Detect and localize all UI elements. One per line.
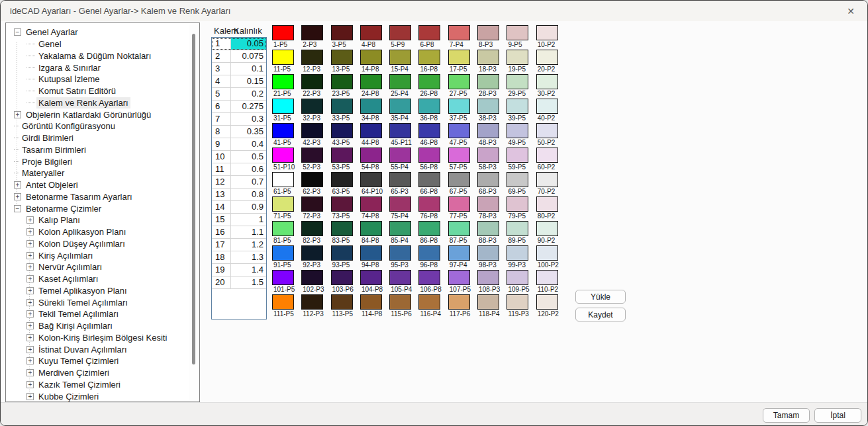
- tree-item[interactable]: +İstinat Duvarı Açılımları: [6, 343, 189, 355]
- pen-thickness-cell[interactable]: 0.1: [231, 63, 266, 75]
- pen-table-row[interactable]: 10.05: [212, 38, 266, 50]
- tree-item[interactable]: +Kiriş Açılımları: [6, 249, 189, 261]
- color-swatch[interactable]: [389, 123, 411, 138]
- color-swatch[interactable]: [301, 99, 323, 114]
- color-swatch[interactable]: [477, 148, 499, 163]
- color-swatch[interactable]: [418, 172, 440, 187]
- tree-item[interactable]: +Betonarme Tasarım Ayarları: [6, 191, 189, 203]
- tree-item[interactable]: +Kolon Aplikasyon Planı: [6, 226, 189, 238]
- color-swatch[interactable]: [272, 25, 294, 40]
- color-swatch[interactable]: [418, 50, 440, 65]
- tree-item[interactable]: +Kuyu Temel Çizimleri: [6, 355, 189, 367]
- color-swatch[interactable]: [331, 148, 353, 163]
- pen-number-cell[interactable]: 20: [212, 277, 231, 288]
- ok-button[interactable]: Tamam: [763, 408, 810, 423]
- expand-icon[interactable]: +: [26, 228, 34, 235]
- pen-table-row[interactable]: 40.15: [212, 75, 266, 88]
- color-swatch[interactable]: [389, 99, 411, 114]
- pen-number-cell[interactable]: 6: [212, 101, 231, 112]
- pen-table-row[interactable]: 161.1: [212, 226, 266, 239]
- color-swatch[interactable]: [272, 99, 294, 114]
- pen-thickness-cell[interactable]: 0.5: [231, 151, 266, 163]
- pen-table-row[interactable]: 80.35: [212, 126, 266, 138]
- color-swatch[interactable]: [536, 50, 558, 65]
- collapse-icon[interactable]: −: [14, 28, 21, 36]
- color-swatch[interactable]: [418, 270, 440, 285]
- color-swatch[interactable]: [506, 25, 528, 40]
- pen-thickness-cell[interactable]: 0.2: [231, 88, 266, 100]
- pen-number-cell[interactable]: 15: [212, 214, 231, 226]
- color-swatch[interactable]: [331, 50, 353, 65]
- expand-icon[interactable]: +: [26, 240, 34, 247]
- color-swatch[interactable]: [506, 294, 528, 310]
- pen-number-cell[interactable]: 7: [212, 113, 231, 125]
- pen-table-row[interactable]: 140.9: [212, 201, 266, 214]
- color-swatch[interactable]: [448, 196, 470, 212]
- color-swatch[interactable]: [418, 123, 440, 138]
- tree-item[interactable]: Proje Bilgileri: [6, 155, 189, 167]
- pen-thickness-cell[interactable]: 1.3: [231, 251, 266, 263]
- color-swatch[interactable]: [360, 270, 382, 285]
- expand-icon[interactable]: +: [26, 299, 34, 306]
- pen-thickness-cell[interactable]: 0.4: [231, 138, 266, 150]
- tree-scrollbar[interactable]: [189, 24, 198, 400]
- color-swatch[interactable]: [506, 270, 528, 285]
- color-swatch[interactable]: [301, 172, 323, 187]
- color-swatch[interactable]: [360, 172, 382, 187]
- pen-thickness-cell[interactable]: 0.15: [231, 75, 266, 87]
- color-swatch[interactable]: [536, 74, 558, 89]
- pen-table-row[interactable]: 191.4: [212, 264, 266, 277]
- color-swatch[interactable]: [536, 99, 558, 114]
- color-swatch[interactable]: [272, 221, 294, 236]
- pen-number-cell[interactable]: 12: [212, 176, 231, 188]
- pen-number-cell[interactable]: 1: [212, 38, 231, 50]
- pen-table-row[interactable]: 90.4: [212, 138, 266, 151]
- color-swatch[interactable]: [301, 148, 323, 163]
- color-swatch[interactable]: [418, 294, 440, 310]
- color-swatch[interactable]: [301, 74, 323, 89]
- tree-item[interactable]: +Merdiven Çizimleri: [6, 367, 189, 379]
- pen-number-cell[interactable]: 3: [212, 63, 231, 75]
- color-swatch[interactable]: [536, 245, 558, 261]
- expand-icon[interactable]: +: [26, 275, 34, 282]
- pen-number-cell[interactable]: 13: [212, 189, 231, 200]
- tree-item[interactable]: +Kubbe Çizimleri: [6, 390, 189, 402]
- color-swatch[interactable]: [536, 221, 558, 236]
- color-swatch[interactable]: [360, 99, 382, 114]
- color-swatch[interactable]: [536, 25, 558, 40]
- color-swatch[interactable]: [360, 74, 382, 89]
- color-swatch[interactable]: [389, 25, 411, 40]
- tree-item[interactable]: +Kolon-Kiriş Birleşim Bölgesi Kesiti: [6, 332, 189, 344]
- load-button[interactable]: Yükle: [575, 290, 626, 304]
- pen-table-row[interactable]: 110.6: [212, 163, 266, 176]
- expand-icon[interactable]: +: [14, 181, 21, 189]
- color-swatch[interactable]: [360, 221, 382, 236]
- color-swatch[interactable]: [506, 148, 528, 163]
- color-swatch[interactable]: [331, 123, 353, 138]
- pen-number-cell[interactable]: 17: [212, 239, 231, 251]
- color-swatch[interactable]: [448, 172, 470, 187]
- cancel-button[interactable]: İptal: [814, 408, 861, 423]
- color-swatch[interactable]: [448, 74, 470, 89]
- tree-item[interactable]: +Antet Objeleri: [6, 179, 189, 191]
- color-swatch[interactable]: [331, 294, 353, 310]
- tree-item[interactable]: Girdi Birimleri: [6, 132, 189, 144]
- pen-number-cell[interactable]: 14: [212, 201, 231, 213]
- color-swatch[interactable]: [301, 123, 323, 138]
- tree-item[interactable]: −Betonarme Çizimler: [6, 202, 189, 214]
- pen-thickness-cell[interactable]: 1.5: [231, 277, 266, 288]
- color-swatch[interactable]: [506, 221, 528, 236]
- pen-table-row[interactable]: 120.7: [212, 176, 266, 189]
- tree-item[interactable]: +Bağ Kirişi Açılımları: [6, 320, 189, 332]
- pen-thickness-cell[interactable]: 0.05: [231, 38, 266, 50]
- color-swatch[interactable]: [301, 245, 323, 261]
- color-swatch[interactable]: [301, 50, 323, 65]
- tree-scrollbar-thumb[interactable]: [192, 34, 195, 364]
- pen-table-row[interactable]: 151: [212, 214, 266, 226]
- expand-icon[interactable]: +: [26, 369, 34, 376]
- expand-icon[interactable]: +: [26, 287, 34, 294]
- pen-number-cell[interactable]: 8: [212, 126, 231, 138]
- color-swatch[interactable]: [536, 294, 558, 310]
- color-swatch[interactable]: [506, 245, 528, 261]
- pen-thickness-cell[interactable]: 0.275: [231, 101, 266, 112]
